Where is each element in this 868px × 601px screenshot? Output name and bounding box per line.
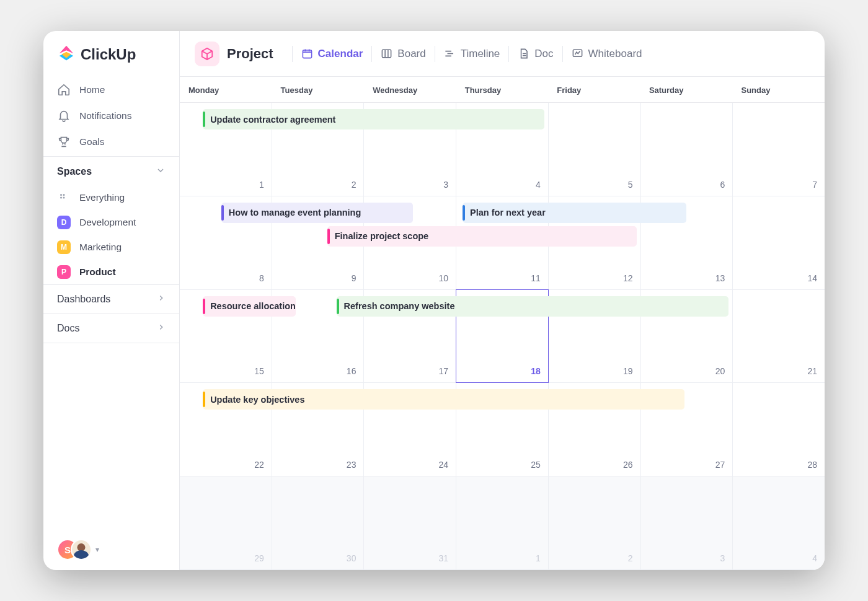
day-cell[interactable]: 6 (641, 103, 733, 196)
day-number: 30 (347, 553, 356, 563)
day-number: 2 (628, 553, 633, 563)
day-cell[interactable]: 31 (364, 476, 456, 569)
day-number: 11 (531, 273, 541, 283)
day-header: Saturday (640, 77, 733, 102)
event-title: How to manage event planning (229, 208, 361, 217)
view-tab-timeline[interactable]: Timeline (444, 48, 500, 60)
svg-rect-4 (303, 50, 311, 58)
timeline-icon (444, 48, 456, 59)
nav-label: Goals (79, 136, 105, 147)
nav-home[interactable]: Home (43, 77, 179, 103)
day-number: 26 (623, 460, 633, 470)
brand-name: ClickUp (81, 46, 136, 63)
tab-label: Timeline (461, 48, 500, 60)
project-chip[interactable]: Project (195, 42, 273, 66)
day-cell[interactable]: 29 (180, 476, 272, 569)
day-number: 13 (715, 273, 725, 283)
brand-logo[interactable]: ClickUp (43, 43, 179, 76)
whiteboard-icon (572, 48, 583, 59)
day-cell[interactable]: 5 (549, 103, 641, 196)
day-header: Thursday (456, 77, 549, 102)
bell-icon (57, 109, 71, 123)
day-cell[interactable]: 2 (549, 476, 641, 569)
chevron-right-icon (157, 323, 166, 334)
day-number: 1 (259, 180, 264, 190)
tab-label: Whiteboard (588, 48, 642, 60)
svg-point-2 (60, 197, 62, 199)
day-number: 22 (254, 460, 264, 470)
calendar-event[interactable]: Resource allocation (203, 296, 296, 317)
view-tab-doc[interactable]: Doc (518, 48, 553, 60)
cube-icon (195, 42, 219, 66)
day-number: 14 (807, 273, 817, 283)
doc-icon (518, 48, 529, 59)
day-header: Friday (548, 77, 640, 102)
day-cell[interactable]: 1 (456, 476, 549, 569)
space-item-development[interactable]: DDevelopment (43, 210, 179, 235)
grid-icon (57, 191, 71, 204)
caret-down-icon: ▾ (95, 545, 99, 554)
nav-notifications[interactable]: Notifications (43, 103, 179, 129)
event-accent (203, 392, 205, 407)
calendar: MondayTuesdayWednesdayThursdayFridaySatu… (180, 77, 825, 570)
event-accent (327, 229, 330, 244)
board-icon (381, 48, 392, 59)
event-title: Update key objectives (210, 395, 304, 405)
day-header: Wednesday (364, 77, 456, 102)
clickup-logo-icon (57, 43, 81, 66)
day-header: Sunday (732, 77, 825, 102)
calendar-event[interactable]: Finalize project scope (327, 226, 637, 247)
view-tab-calendar[interactable]: Calendar (301, 48, 363, 60)
day-cell[interactable]: 3 (641, 476, 733, 569)
view-tab-whiteboard[interactable]: Whiteboard (572, 48, 642, 60)
project-title: Project (227, 46, 273, 62)
calendar-icon (301, 48, 313, 59)
day-number: 2 (352, 180, 356, 190)
sidebar-row-docs[interactable]: Docs (43, 314, 179, 343)
event-accent (221, 205, 224, 221)
trophy-icon (57, 135, 71, 149)
day-number: 17 (439, 366, 449, 376)
sidebar-row-dashboards[interactable]: Dashboards (43, 284, 179, 314)
nav-goals[interactable]: Goals (43, 129, 179, 155)
spaces-header[interactable]: Spaces (43, 156, 179, 185)
user-footer[interactable]: S ▾ (43, 529, 179, 570)
day-cell[interactable]: 21 (733, 290, 825, 383)
day-number: 4 (536, 180, 541, 190)
day-number: 18 (531, 366, 541, 376)
space-item-product[interactable]: PProduct (43, 260, 179, 284)
spaces-header-label: Spaces (57, 166, 92, 177)
day-number: 16 (347, 366, 356, 376)
day-number: 4 (812, 553, 817, 563)
day-number: 29 (254, 553, 264, 563)
day-number: 1 (536, 553, 541, 563)
day-cell[interactable]: 28 (733, 383, 825, 476)
space-item-marketing[interactable]: MMarketing (43, 235, 179, 260)
calendar-event[interactable]: Update key objectives (203, 389, 684, 410)
svg-rect-5 (383, 50, 391, 58)
day-cell[interactable]: 30 (272, 476, 365, 569)
event-accent (463, 205, 465, 221)
space-label: Development (79, 217, 136, 228)
day-number: 28 (807, 460, 817, 470)
svg-point-1 (63, 194, 65, 196)
calendar-event[interactable]: Refresh company website (337, 296, 729, 317)
space-everything[interactable]: Everything (43, 185, 179, 210)
calendar-event[interactable]: Update contractor agreement (203, 109, 544, 129)
day-number: 19 (623, 366, 633, 376)
calendar-event[interactable]: Plan for next year (463, 203, 686, 223)
chevron-down-icon (156, 165, 166, 178)
tab-label: Calendar (318, 48, 363, 60)
day-cell[interactable]: 4 (733, 476, 825, 569)
event-title: Update contractor agreement (210, 115, 335, 125)
calendar-event[interactable]: How to manage event planning (221, 203, 413, 223)
day-number: 9 (352, 273, 356, 283)
view-tab-board[interactable]: Board (381, 48, 425, 60)
day-number: 12 (623, 273, 633, 283)
day-number: 8 (259, 273, 264, 283)
day-cell[interactable]: 7 (733, 103, 825, 196)
day-number: 20 (715, 366, 725, 376)
day-header: Monday (180, 77, 272, 102)
day-cell[interactable]: 14 (733, 196, 825, 289)
home-icon (57, 83, 71, 97)
